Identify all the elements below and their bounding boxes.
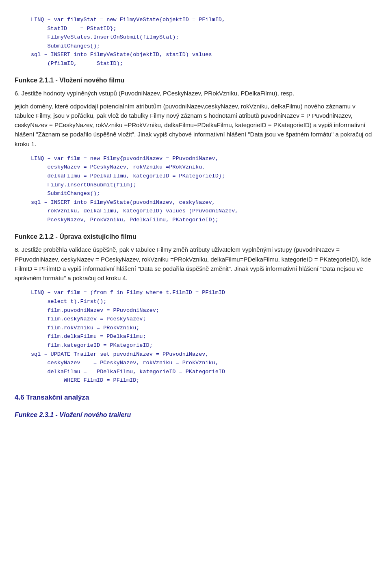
code-block-3: LINQ – var film = (from f in Filmy where… (15, 288, 375, 385)
section-2-1-2-heading: Funkce 2.1.2 - Úprava existujícího filmu (15, 232, 375, 242)
paragraph-6: 6. Jestliže hodnoty vyplněných vstupů (P… (15, 89, 375, 98)
sub-heading-func-2-3-1: Funkce 2.3.1 - Vložení nového traileru (15, 410, 375, 420)
paragraph-8: 8. Jestliže proběhla validace úspěšně, p… (15, 245, 375, 283)
section-4-6-heading: 4.6 Transakční analýza (15, 392, 375, 403)
code-block-2: LINQ – var film = new Filmy{puvodniNazev… (15, 154, 375, 225)
code-block-1: LINQ – var filmyStat = new FilmyVeState{… (15, 15, 375, 68)
paragraph-6b: jejich domény, které odpovídají potencia… (15, 102, 375, 149)
section-2-1-1-heading: Funkce 2.1.1 - Vložení nového filmu (15, 76, 375, 86)
